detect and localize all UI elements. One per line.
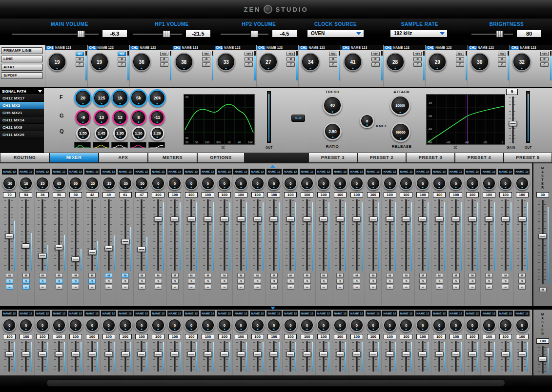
fader-handle[interactable]: [204, 216, 212, 222]
pan-knob[interactable]: 0: [449, 318, 463, 332]
channel-fader[interactable]: [70, 341, 82, 372]
link-button[interactable]: ∞: [369, 285, 377, 290]
eq-band-curve-icon[interactable]: [130, 142, 146, 148]
link-button[interactable]: ∞: [105, 285, 112, 290]
channel-fader[interactable]: [20, 199, 32, 271]
solo-button[interactable]: S: [221, 279, 228, 284]
phantom-power-button[interactable]: 48V: [413, 52, 422, 56]
preamp-gain-knob[interactable]: 19: [90, 53, 109, 71]
group-c-button[interactable]: C: [245, 62, 253, 67]
tools-icon[interactable]: [221, 145, 225, 150]
phantom-power-button[interactable]: 48V: [202, 52, 210, 56]
fader-handle[interactable]: [303, 352, 311, 357]
solo-button[interactable]: S: [469, 279, 476, 284]
fader-handle[interactable]: [71, 352, 80, 357]
channel-fader[interactable]: [483, 341, 495, 372]
dropdown-select[interactable]: 192 kHz: [390, 30, 448, 38]
pan-knob[interactable]: 0: [102, 318, 116, 332]
mute-button[interactable]: M: [469, 273, 476, 278]
preset-button[interactable]: PRESET 2: [357, 153, 406, 163]
solo-button[interactable]: S: [419, 279, 427, 284]
fader-handle[interactable]: [253, 352, 262, 357]
ratio-knob[interactable]: 2.50: [324, 122, 342, 140]
phantom-power-button[interactable]: 48V: [456, 52, 464, 56]
fader-handle[interactable]: [501, 352, 510, 357]
tools-icon[interactable]: [453, 145, 457, 150]
solo-button[interactable]: S: [502, 279, 509, 284]
channel-fader[interactable]: [252, 199, 264, 271]
eq-gain-knob[interactable]: 13: [94, 110, 109, 125]
mute-button[interactable]: M: [270, 273, 278, 278]
phase-invert-button[interactable]: Ø: [498, 57, 506, 61]
fader-handle[interactable]: [22, 243, 30, 249]
channel-fader[interactable]: [467, 341, 478, 372]
channel-fader[interactable]: [450, 199, 462, 271]
fader-handle[interactable]: [88, 352, 96, 357]
eq-q-knob[interactable]: 1.55: [76, 126, 90, 140]
fader-handle[interactable]: [39, 352, 47, 357]
pan-knob[interactable]: 0: [515, 318, 529, 332]
channel-fader[interactable]: [384, 341, 396, 372]
channel-fader[interactable]: [37, 199, 48, 271]
fader-handle[interactable]: [55, 352, 63, 357]
link-button[interactable]: ∞: [403, 285, 410, 290]
fader-handle[interactable]: [419, 352, 427, 357]
fader-handle[interactable]: [509, 121, 517, 126]
attack-knob[interactable]: 10000: [390, 95, 410, 116]
preamp-gain-knob[interactable]: 33: [217, 53, 235, 71]
eq-q-knob[interactable]: 1.95: [113, 126, 127, 140]
pan-knob[interactable]: 0: [119, 318, 132, 332]
pan-knob[interactable]: 0: [284, 318, 297, 332]
solo-button[interactable]: S: [436, 279, 443, 284]
fader-handle[interactable]: [204, 352, 212, 357]
solo-button[interactable]: S: [237, 279, 245, 284]
pan-knob[interactable]: 0: [135, 318, 148, 332]
slider-handle[interactable]: [250, 30, 258, 38]
mute-button[interactable]: M: [56, 273, 63, 278]
eq-gain-knob[interactable]: -9: [75, 110, 91, 125]
channel-fader[interactable]: [516, 199, 528, 271]
solo-button[interactable]: S: [353, 279, 360, 284]
pan-knob[interactable]: 0: [85, 318, 99, 332]
eq-band-curve-icon[interactable]: [93, 142, 109, 148]
eq-freq-knob[interactable]: 1k: [111, 89, 129, 107]
preset-button[interactable]: PRESET 1: [308, 153, 357, 163]
channel-fader[interactable]: [202, 341, 214, 372]
channel-fader[interactable]: [351, 199, 363, 271]
mute-button[interactable]: M: [204, 273, 211, 278]
link-button[interactable]: ∞: [287, 285, 294, 290]
channel-fader[interactable]: [516, 341, 528, 372]
pan-knob[interactable]: 0: [184, 318, 198, 332]
link-button[interactable]: ∞: [138, 285, 145, 290]
pan-knob[interactable]: 0: [251, 318, 265, 332]
fader-handle[interactable]: [5, 352, 14, 357]
channel-fader[interactable]: [417, 341, 429, 372]
channel-fader[interactable]: [500, 341, 511, 372]
phase-invert-button[interactable]: Ø: [456, 57, 464, 61]
pan-knob[interactable]: 0: [383, 318, 397, 332]
fader-handle[interactable]: [220, 352, 228, 357]
fader-handle[interactable]: [104, 352, 113, 357]
pan-knob[interactable]: 0: [267, 176, 281, 190]
fader-handle[interactable]: [518, 352, 526, 357]
solo-button[interactable]: S: [336, 279, 344, 284]
pan-knob[interactable]: 0: [499, 318, 512, 332]
link-button[interactable]: ∞: [304, 285, 311, 290]
channel-fader[interactable]: [152, 341, 164, 372]
channel-fader[interactable]: [169, 199, 181, 271]
solo-button[interactable]: S: [56, 279, 63, 284]
channel-fader[interactable]: [136, 199, 147, 271]
fader-handle[interactable]: [369, 216, 377, 222]
group-c-button[interactable]: C: [202, 62, 210, 67]
pan-knob[interactable]: 0: [416, 318, 429, 332]
phase-invert-button[interactable]: Ø: [371, 57, 380, 61]
fader-handle[interactable]: [452, 216, 460, 222]
channel-fader[interactable]: [368, 199, 379, 271]
horizontal-scrollbar[interactable]: [46, 379, 505, 387]
mute-button[interactable]: M: [237, 273, 245, 278]
fader-handle[interactable]: [468, 352, 476, 357]
phantom-power-button[interactable]: 48V: [371, 52, 380, 56]
pan-knob[interactable]: 0: [69, 318, 82, 332]
group-c-button[interactable]: C: [371, 62, 380, 67]
fader-handle[interactable]: [237, 352, 245, 357]
